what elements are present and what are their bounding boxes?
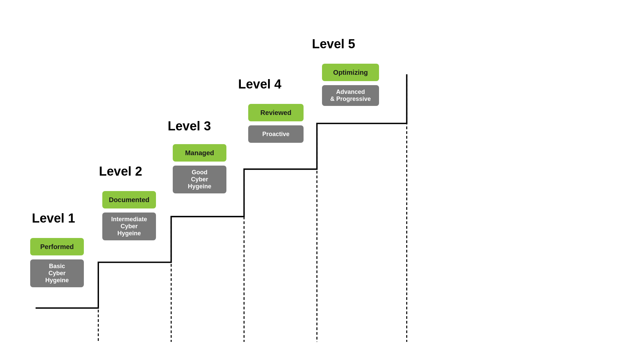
level5-badges: Optimizing Advanced & Progressive: [322, 64, 379, 106]
level5-green-badge: Optimizing: [322, 64, 379, 81]
level5-gray-badge: Advanced & Progressive: [322, 85, 379, 106]
level2-label: Level 2: [99, 164, 142, 179]
level1-badges: Performed Basic Cyber Hygeine: [30, 238, 84, 287]
level1-label: Level 1: [32, 211, 75, 226]
level4-badges: Reviewed Proactive: [248, 104, 304, 143]
level4-gray-badge: Proactive: [248, 125, 304, 143]
level2-badges: Documented Intermediate Cyber Hygeine: [102, 191, 156, 240]
level3-label: Level 3: [168, 119, 211, 133]
level4-label: Level 4: [238, 77, 281, 92]
diagram-container: Level 1 Performed Basic Cyber Hygeine Le…: [20, 20, 624, 342]
level1-green-badge: Performed: [30, 238, 84, 255]
level5-label: Level 5: [312, 37, 355, 51]
level3-badges: Managed Good Cyber Hygeine: [173, 144, 226, 193]
level2-green-badge: Documented: [102, 191, 156, 208]
level3-green-badge: Managed: [173, 144, 226, 162]
level2-gray-badge: Intermediate Cyber Hygeine: [102, 213, 156, 240]
level4-green-badge: Reviewed: [248, 104, 304, 121]
level1-gray-badge: Basic Cyber Hygeine: [30, 259, 84, 287]
level3-gray-badge: Good Cyber Hygeine: [173, 166, 226, 193]
